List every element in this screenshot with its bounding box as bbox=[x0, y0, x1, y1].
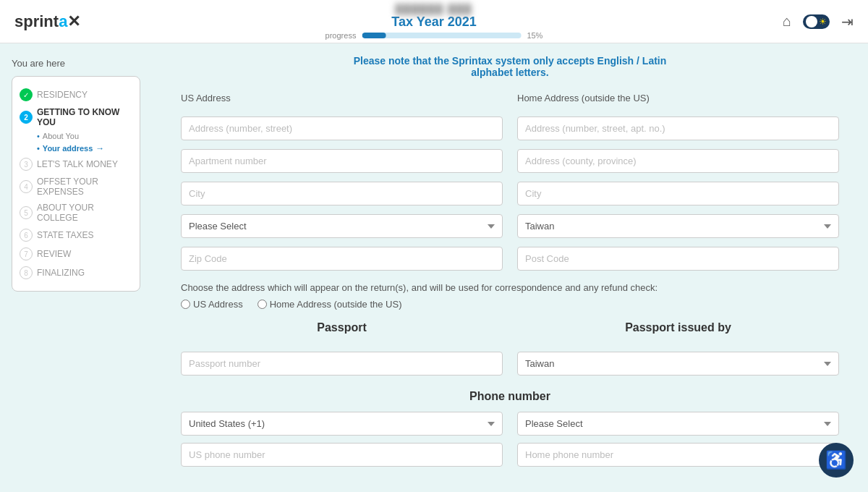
phone-grid: United States (+1) China (+86)Taiwan (+8… bbox=[181, 412, 839, 467]
home-address-label: Home Address (outside the US) bbox=[517, 93, 839, 103]
accessibility-button[interactable]: ♿ bbox=[819, 443, 854, 478]
radio-us-address[interactable]: US Address bbox=[181, 299, 243, 310]
sidebar-item-money[interactable]: 3 LET'S TALK MONEY bbox=[20, 155, 132, 174]
home-country-select[interactable]: Taiwan ChinaJapanKorea bbox=[517, 214, 839, 238]
theme-toggle[interactable]: ☀ bbox=[803, 14, 830, 29]
sidebar: You are here ✓ RESIDENCY 2 GETTING TO KN… bbox=[0, 43, 152, 492]
user-name: ██████ ███ bbox=[396, 4, 473, 14]
passport-number-input[interactable] bbox=[181, 352, 503, 376]
main-layout: You are here ✓ RESIDENCY 2 GETTING TO KN… bbox=[0, 43, 868, 492]
step-8-circle: 8 bbox=[20, 266, 33, 279]
radio-us-address-input[interactable] bbox=[181, 300, 190, 309]
radio-home-label: Home Address (outside the US) bbox=[270, 299, 402, 310]
radio-home-address-input[interactable] bbox=[258, 300, 267, 309]
us-street-input[interactable] bbox=[181, 116, 503, 140]
college-label: ABOUT YOUR COLLEGE bbox=[37, 203, 132, 223]
logout-icon[interactable]: ⇥ bbox=[841, 13, 854, 30]
phone-section: Phone number United States (+1) China (+… bbox=[181, 390, 839, 467]
us-phone-input[interactable] bbox=[181, 443, 503, 467]
home-phone-input[interactable] bbox=[517, 443, 839, 467]
tax-year-title: Tax Year 2021 bbox=[391, 14, 476, 30]
your-address-label: Your address bbox=[43, 144, 93, 153]
passport-issued-title: Passport issued by bbox=[517, 321, 839, 334]
step-4-circle: 4 bbox=[20, 180, 33, 193]
header-center: ██████ ███ Tax Year 2021 progress 15% bbox=[326, 4, 543, 40]
address-grid: US Address Home Address (outside the US)… bbox=[181, 93, 839, 271]
sidebar-item-review[interactable]: 7 REVIEW bbox=[20, 245, 132, 263]
us-city-input[interactable] bbox=[181, 182, 503, 205]
step-5-circle: 5 bbox=[20, 206, 33, 219]
address-choice-text: Choose the address which will appear on … bbox=[181, 282, 839, 293]
home-postcode-input[interactable] bbox=[517, 247, 839, 271]
passport-title: Passport bbox=[181, 321, 503, 334]
you-are-here-label: You are here bbox=[12, 58, 140, 69]
us-zip-input[interactable] bbox=[181, 247, 503, 271]
getting-to-know-label: GETTING TO KNOW YOU bbox=[37, 107, 132, 127]
bullet-about-you: • bbox=[37, 132, 40, 140]
progress-track bbox=[362, 33, 521, 38]
sidebar-item-finalizing[interactable]: 8 FINALIZING bbox=[20, 263, 132, 282]
header-icons: ⌂ ☀ ⇥ bbox=[783, 13, 854, 30]
step-7-circle: 7 bbox=[20, 247, 33, 260]
home-county-input[interactable] bbox=[517, 149, 839, 173]
money-label: LET'S TALK MONEY bbox=[37, 159, 118, 169]
progress-fill bbox=[362, 33, 386, 38]
state-taxes-label: STATE TAXES bbox=[37, 230, 93, 240]
radio-us-label: US Address bbox=[193, 299, 243, 310]
step-2-circle: 2 bbox=[20, 111, 33, 124]
notice-line1: Please note that the Sprintax system onl… bbox=[354, 55, 667, 67]
passport-section: Passport Passport issued by Taiwan China… bbox=[181, 321, 839, 376]
step-3-circle: 3 bbox=[20, 158, 33, 171]
residency-label: RESIDENCY bbox=[37, 90, 88, 100]
content-area: Please note that the Sprintax system onl… bbox=[152, 43, 868, 492]
arrow-right-icon: → bbox=[95, 143, 104, 153]
sidebar-item-getting-to-know[interactable]: 2 GETTING TO KNOW YOU bbox=[20, 104, 132, 130]
phone-country-select[interactable]: United States (+1) China (+86)Taiwan (+8… bbox=[181, 412, 503, 436]
sidebar-item-residency[interactable]: ✓ RESIDENCY bbox=[20, 85, 132, 104]
accessibility-icon: ♿ bbox=[825, 450, 847, 470]
progress-percent: 15% bbox=[527, 31, 542, 40]
progress-label: progress bbox=[326, 31, 357, 40]
us-state-select[interactable]: Please Select AlabamaAlaskaArizona Calif… bbox=[181, 214, 503, 238]
header: sprinta✕ ██████ ███ Tax Year 2021 progre… bbox=[0, 0, 868, 43]
phone-type-select[interactable]: Please Select MobileLandline bbox=[517, 412, 839, 436]
progress-container: progress 15% bbox=[326, 31, 543, 40]
sidebar-box: ✓ RESIDENCY 2 GETTING TO KNOW YOU • Abou… bbox=[12, 76, 140, 292]
sidebar-sub-about-you[interactable]: • About You bbox=[37, 130, 132, 142]
notice-line2: alphabet letters. bbox=[471, 67, 548, 78]
notice-text: Please note that the Sprintax system onl… bbox=[181, 55, 839, 78]
home-icon[interactable]: ⌂ bbox=[783, 13, 791, 30]
about-you-label: About You bbox=[43, 132, 79, 140]
logo: sprinta✕ bbox=[14, 12, 80, 31]
radio-home-address[interactable]: Home Address (outside the US) bbox=[258, 299, 402, 310]
toggle-circle bbox=[806, 16, 817, 27]
finalizing-label: FINALIZING bbox=[37, 268, 85, 278]
phone-title: Phone number bbox=[181, 390, 839, 403]
sidebar-sub-your-address[interactable]: • Your address → bbox=[37, 142, 132, 155]
passport-issued-by-select[interactable]: Taiwan ChinaJapanKorea bbox=[517, 352, 839, 376]
home-street-input[interactable] bbox=[517, 116, 839, 140]
address-radio-group: US Address Home Address (outside the US) bbox=[181, 299, 839, 310]
bullet-your-address: • bbox=[37, 144, 40, 153]
us-apt-input[interactable] bbox=[181, 149, 503, 173]
logo-accent: a bbox=[59, 12, 67, 30]
sidebar-sub-getting: • About You • Your address → bbox=[20, 130, 132, 155]
review-label: REVIEW bbox=[37, 249, 71, 259]
sidebar-item-college[interactable]: 5 ABOUT YOUR COLLEGE bbox=[20, 200, 132, 226]
step-6-circle: 6 bbox=[20, 229, 33, 242]
sun-icon: ☀ bbox=[819, 17, 827, 27]
home-city-input[interactable] bbox=[517, 182, 839, 205]
check-icon: ✓ bbox=[20, 88, 33, 101]
sidebar-item-state-taxes[interactable]: 6 STATE TAXES bbox=[20, 226, 132, 245]
sidebar-item-expenses[interactable]: 4 OFFSET YOUR EXPENSES bbox=[20, 174, 132, 200]
us-address-label: US Address bbox=[181, 93, 503, 103]
address-choice-section: Choose the address which will appear on … bbox=[181, 282, 839, 310]
expenses-label: OFFSET YOUR EXPENSES bbox=[37, 177, 132, 197]
